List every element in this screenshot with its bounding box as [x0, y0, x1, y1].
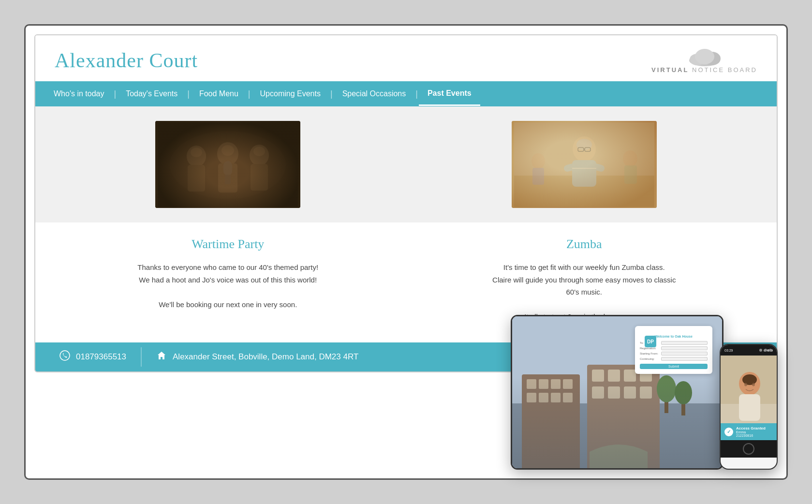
phone-access-name: Emma — [736, 430, 766, 434]
nav-sep-2: | — [186, 89, 191, 99]
nav-past-events[interactable]: Past Events — [419, 82, 480, 106]
wartime-illustration — [158, 122, 298, 207]
svg-rect-40 — [527, 393, 536, 402]
phone-person-photo — [721, 356, 777, 423]
phone-icon — [59, 350, 70, 363]
cloud-icon — [685, 47, 724, 66]
svg-rect-4 — [158, 122, 298, 207]
tablet-label-cont: Continuing: — [640, 357, 659, 360]
svg-rect-43 — [563, 393, 573, 402]
phone-bottom — [721, 440, 777, 458]
wartime-image — [155, 121, 300, 208]
event-col-zumba — [421, 121, 748, 208]
footer-address: Alexander Street, Bobville, Demo Land, D… — [173, 352, 358, 362]
nav-upcoming-events[interactable]: Upcoming Events — [251, 83, 329, 105]
svg-rect-10 — [218, 163, 237, 193]
phone-access-banner: ✓ Access Granted Emma 212230816 — [721, 423, 777, 440]
svg-point-61 — [742, 374, 757, 385]
svg-rect-50 — [608, 386, 620, 399]
svg-point-54 — [657, 375, 676, 402]
zumba-detail: Zumba It's time to get fit with our week… — [421, 237, 748, 323]
svg-rect-24 — [624, 165, 637, 184]
phone-check-icon: ✓ — [724, 428, 733, 436]
svg-point-25 — [573, 136, 596, 162]
footer-address-item: Alexander Street, Bobville, Demo Land, D… — [142, 342, 373, 371]
svg-point-3 — [695, 49, 714, 64]
svg-point-12 — [250, 145, 269, 166]
svg-rect-22 — [532, 168, 544, 185]
svg-rect-35 — [522, 374, 580, 468]
tablet-submit-button[interactable]: Submit — [640, 364, 708, 369]
svg-rect-55 — [681, 399, 685, 415]
svg-rect-44 — [587, 365, 660, 468]
tablet-label-start: Starting From: — [640, 352, 659, 355]
phone-home-button[interactable] — [743, 443, 754, 455]
tablet-overlay: DP Welcome to Oak House To: Registration… — [511, 315, 723, 470]
svg-rect-53 — [664, 394, 668, 413]
content-images — [35, 106, 777, 222]
svg-rect-39 — [563, 379, 573, 389]
svg-rect-38 — [551, 379, 561, 389]
svg-rect-13 — [251, 164, 268, 191]
phone-person-svg — [721, 356, 777, 423]
nav-sep-1: | — [113, 89, 117, 99]
svg-rect-20 — [514, 176, 654, 207]
nav-sep-3: | — [247, 89, 251, 99]
svg-rect-33 — [512, 403, 722, 468]
nav-sep-5: | — [414, 89, 419, 99]
footer-phone: 01879365513 — [45, 342, 141, 371]
tablet-field-cont[interactable] — [661, 357, 708, 361]
svg-point-8 — [191, 148, 202, 157]
svg-rect-28 — [585, 148, 591, 151]
phone-access-info: Access Granted Emma 212230816 — [736, 426, 766, 437]
phone-camera-area — [721, 345, 777, 352]
svg-rect-41 — [539, 393, 548, 402]
tablet-field-to[interactable] — [661, 341, 708, 345]
phone-access-code: 212230816 — [736, 434, 766, 437]
home-icon — [156, 350, 167, 363]
wartime-title: Wartime Party — [64, 237, 392, 252]
svg-rect-7 — [188, 165, 205, 192]
event-col-wartime — [64, 121, 392, 208]
wartime-detail: Wartime Party Thanks to everyone who cam… — [64, 237, 392, 323]
svg-point-64 — [752, 383, 755, 386]
svg-point-63 — [744, 383, 747, 386]
nav-whos-in[interactable]: Who's in today — [45, 83, 113, 105]
phone-cam-dot-2 — [764, 349, 767, 352]
home-svg — [156, 350, 167, 361]
svg-point-5 — [170, 131, 286, 199]
svg-rect-36 — [527, 379, 536, 389]
tablet-form: DP Welcome to Oak House To: Registration… — [635, 326, 712, 374]
svg-rect-15 — [223, 161, 232, 176]
phone-svg — [59, 350, 70, 361]
svg-point-23 — [623, 150, 637, 167]
svg-rect-49 — [592, 386, 604, 399]
tablet-form-row-3: Starting From: — [640, 352, 708, 356]
tablet-field-start[interactable] — [661, 352, 708, 356]
svg-point-31 — [60, 351, 70, 360]
nav-sep-4: | — [329, 89, 334, 99]
tablet-form-row-4: Continuing: — [640, 357, 708, 361]
phone-cam-dot-3 — [769, 349, 772, 352]
site-title: Alexander Court — [55, 49, 198, 72]
logo-text: VIRTUAL NOTICE BOARD — [651, 66, 757, 74]
svg-rect-62 — [739, 394, 760, 421]
svg-point-14 — [253, 147, 265, 156]
outer-frame: Alexander Court VIRTUAL NOTICE BOARD Who… — [24, 24, 788, 480]
header: Alexander Court VIRTUAL NOTICE BOARD — [35, 35, 777, 81]
svg-rect-18 — [514, 122, 654, 207]
wartime-photo — [155, 121, 300, 208]
nav-todays-events[interactable]: Today's Events — [117, 83, 186, 105]
zumba-description: It's time to get fit with our weekly fun… — [421, 261, 748, 323]
svg-point-11 — [221, 145, 234, 156]
zumba-title: Zumba — [421, 237, 748, 252]
svg-rect-42 — [551, 393, 561, 402]
tablet-logo: DP — [645, 336, 656, 347]
tablet-field-reg[interactable] — [661, 346, 708, 350]
phone-screen: 03:29 — [721, 345, 777, 469]
zumba-photo — [512, 121, 657, 208]
nav-bar: Who's in today | Today's Events | Food M… — [35, 81, 777, 106]
svg-rect-51 — [624, 386, 636, 399]
nav-special-occasions[interactable]: Special Occasions — [334, 83, 415, 105]
nav-food-menu[interactable]: Food Menu — [191, 83, 247, 105]
